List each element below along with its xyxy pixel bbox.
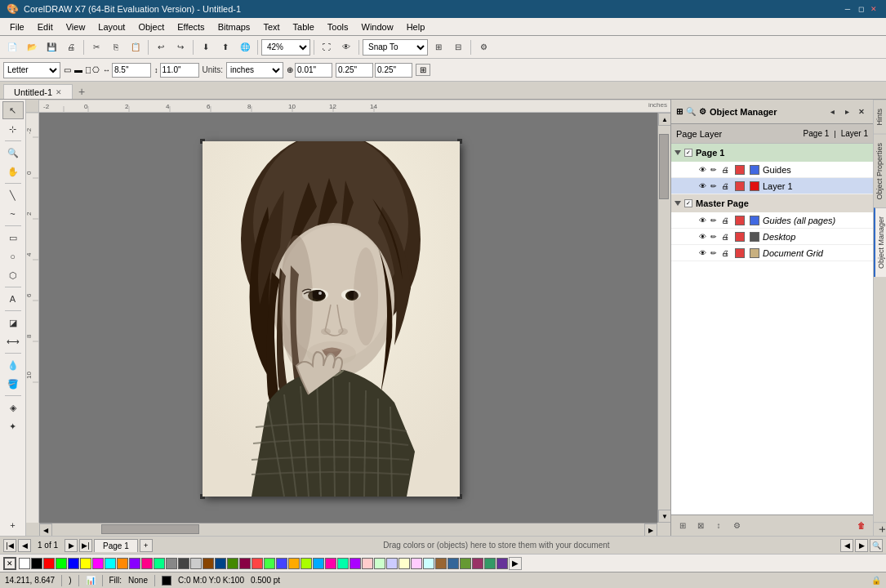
tool-bezier[interactable]: ~	[2, 205, 24, 223]
palette-steel[interactable]	[447, 558, 459, 569]
drawing-canvas[interactable]: SYS	[39, 113, 657, 523]
layer1-pencil-icon[interactable]: ✏	[710, 182, 720, 190]
first-page-button[interactable]: |◀	[3, 539, 16, 552]
tool-outline[interactable]: ◈	[2, 399, 24, 416]
layer-settings-button[interactable]: ⚙	[728, 518, 745, 534]
palette-light-blue[interactable]	[386, 558, 398, 569]
palette-magenta[interactable]	[92, 558, 104, 569]
palette-gray[interactable]	[166, 558, 177, 569]
tool-ellipse[interactable]: ○	[2, 247, 24, 265]
layer1-row[interactable]: 👁 ✏ 🖨 Layer 1	[671, 178, 873, 194]
page1-tab[interactable]: Page 1	[94, 539, 138, 552]
scroll-track-v[interactable]	[658, 126, 670, 510]
master-page-header[interactable]: ✓ Master Page	[671, 194, 873, 212]
layer1-print-icon[interactable]: 🖨	[722, 182, 732, 190]
tool-add[interactable]: +	[2, 516, 24, 534]
palette-seafoam[interactable]	[337, 558, 349, 569]
add-page-button[interactable]: +	[140, 539, 153, 552]
guides-eye-icon[interactable]: 👁	[699, 166, 709, 174]
palette-light-gray[interactable]	[190, 558, 202, 569]
export-button[interactable]: ⬆	[216, 38, 234, 56]
scroll-up-button[interactable]: ▲	[658, 113, 670, 126]
tool-blend[interactable]: ⟷	[2, 332, 24, 350]
menu-help[interactable]: Help	[400, 20, 432, 33]
palette-pink[interactable]	[141, 558, 153, 569]
master-checkbox[interactable]: ✓	[684, 199, 692, 207]
palette-brown[interactable]	[203, 558, 214, 569]
tool-text[interactable]: A	[2, 290, 24, 308]
redo-button[interactable]: ↪	[171, 38, 189, 56]
zoom-minus-button[interactable]: 🔍	[870, 539, 883, 552]
scroll-thumb-v[interactable]	[659, 134, 669, 199]
tool-rectangle[interactable]: ▭	[2, 229, 24, 247]
menu-object[interactable]: Object	[131, 20, 171, 33]
palette-forest[interactable]	[460, 558, 471, 569]
nudge-input[interactable]	[295, 63, 332, 78]
new-layer-button[interactable]: ⊞	[675, 518, 691, 534]
new-master-layer-button[interactable]: ⊠	[692, 518, 709, 534]
new-button[interactable]: 📄	[3, 38, 21, 56]
guides-all-row[interactable]: 👁 ✏ 🖨 Guides (all pages)	[671, 212, 873, 229]
palette-mint[interactable]	[154, 558, 165, 569]
page1-checkbox[interactable]: ✓	[684, 149, 692, 157]
save-button[interactable]: 💾	[42, 38, 60, 56]
tool-smart-draw[interactable]: ✦	[2, 417, 24, 435]
palette-black[interactable]	[31, 558, 42, 569]
grid-pencil-icon[interactable]: ✏	[710, 249, 720, 257]
palette-teal[interactable]	[484, 558, 496, 569]
page-size-select[interactable]: Letter	[3, 62, 60, 78]
menu-effects[interactable]: Effects	[171, 20, 211, 33]
add-panel-button[interactable]: +	[874, 522, 886, 536]
desktop-eye-icon[interactable]: 👁	[699, 233, 709, 241]
close-panel-button[interactable]: ✕	[855, 105, 868, 118]
tool-fill[interactable]: 🪣	[2, 375, 24, 393]
grid-print-icon[interactable]: 🖨	[722, 249, 732, 257]
doc-grid-row[interactable]: 👁 ✏ 🖨 Document Grid	[671, 245, 873, 261]
palette-cream[interactable]	[398, 558, 410, 569]
palette-olive[interactable]	[227, 558, 238, 569]
palette-scroll-button[interactable]: ▶	[509, 557, 522, 570]
close-button[interactable]: ✕	[868, 3, 879, 15]
palette-navy[interactable]	[215, 558, 226, 569]
tool-selector[interactable]: ↖	[2, 101, 24, 119]
tool-freehand[interactable]: ╲	[2, 186, 24, 204]
palette-red[interactable]	[43, 558, 55, 569]
add-tab-button[interactable]: +	[74, 84, 89, 99]
tool-node[interactable]: ⊹	[2, 120, 24, 138]
guides-layer-row[interactable]: 👁 ✏ 🖨 Guides	[671, 162, 873, 178]
palette-cyan[interactable]	[105, 558, 116, 569]
gall-pencil-icon[interactable]: ✏	[710, 216, 720, 225]
minimize-button[interactable]: ─	[842, 3, 853, 15]
menu-view[interactable]: View	[60, 20, 92, 33]
palette-light-pink[interactable]	[362, 558, 373, 569]
gall-eye-icon[interactable]: 👁	[699, 216, 709, 225]
height-input[interactable]	[160, 63, 199, 78]
snap-select[interactable]: Snap To	[363, 39, 428, 56]
snap-btn2[interactable]: ⊟	[449, 38, 467, 56]
palette-dark-gray[interactable]	[178, 558, 189, 569]
scroll-right-button[interactable]: ▶	[644, 523, 657, 536]
restore-button[interactable]: ◻	[855, 3, 866, 15]
snap-btn1[interactable]: ⊞	[430, 38, 447, 56]
palette-salmon[interactable]	[252, 558, 263, 569]
palette-orange[interactable]	[117, 558, 128, 569]
next-page-button[interactable]: ▶	[65, 539, 78, 552]
tool-eyedropper[interactable]: 💧	[2, 356, 24, 374]
guides-print-icon[interactable]: 🖨	[722, 166, 732, 174]
options-button[interactable]: ⚙	[474, 38, 492, 56]
palette-rose[interactable]	[472, 558, 483, 569]
tool-shadow[interactable]: ◪	[2, 314, 24, 332]
tab-close-button[interactable]: ✕	[56, 88, 62, 96]
palette-blue[interactable]	[68, 558, 79, 569]
menu-layout[interactable]: Layout	[91, 20, 131, 33]
menu-table[interactable]: Table	[287, 20, 321, 33]
import-button[interactable]: ⬇	[197, 38, 215, 56]
palette-yellow[interactable]	[80, 558, 91, 569]
print-button[interactable]: 🖨	[62, 38, 80, 56]
tool-pan[interactable]: ✋	[2, 163, 24, 180]
page1-header[interactable]: ✓ Page 1	[671, 144, 873, 162]
move-to-layer-button[interactable]: ↕	[710, 518, 727, 534]
tool-zoom[interactable]: 🔍	[2, 144, 24, 162]
nudge3-input[interactable]	[375, 63, 412, 78]
palette-hot-pink[interactable]	[325, 558, 336, 569]
